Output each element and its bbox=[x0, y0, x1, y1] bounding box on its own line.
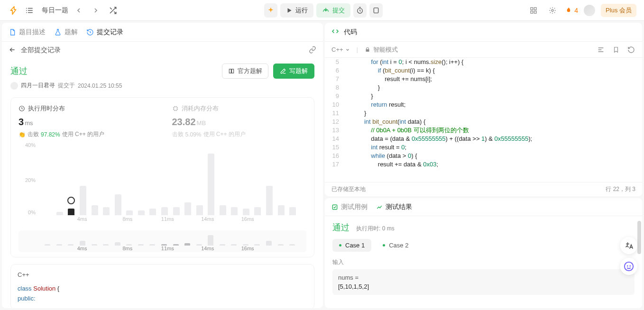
chart-bar[interactable] bbox=[173, 207, 180, 215]
code-panel: 代码 C++ | 智能模式 5 for (int i = 0; i < nums… bbox=[325, 23, 642, 196]
chart-bar[interactable] bbox=[208, 154, 214, 215]
history-icon bbox=[86, 28, 94, 36]
clap-icon: 👏 bbox=[18, 131, 26, 138]
run-button[interactable]: 运行 bbox=[280, 3, 313, 18]
topbar-center: 运行 提交 bbox=[264, 3, 383, 18]
overview-bar[interactable] bbox=[115, 242, 120, 246]
chart-bar[interactable] bbox=[92, 205, 98, 215]
avatar[interactable] bbox=[584, 5, 595, 16]
grid-icon[interactable] bbox=[527, 4, 540, 17]
overview-bar[interactable] bbox=[208, 235, 213, 246]
plus-badge[interactable]: Plus 会员 bbox=[601, 4, 636, 17]
chart-bar[interactable] bbox=[126, 210, 133, 215]
logo[interactable] bbox=[8, 5, 19, 16]
left-content: 通过 官方题解 写题解 四月一日君寻 提交于 2024.01.25 10:55 bbox=[2, 59, 323, 308]
code-editor[interactable]: 5 for (int i = 0; i < nums.size(); i++) … bbox=[325, 58, 642, 182]
case-2[interactable]: Case 2 bbox=[376, 239, 415, 252]
doc-icon bbox=[9, 28, 16, 36]
chart-bar[interactable] bbox=[243, 209, 249, 215]
runtime-stat[interactable]: 执行用时分布 3ms 👏击败 97.82% 使用 C++ 的用户 bbox=[18, 104, 153, 138]
chart-bar[interactable] bbox=[196, 205, 203, 215]
tab-solution[interactable]: 题解 bbox=[54, 28, 78, 36]
status-pass: 通过 bbox=[10, 65, 28, 77]
back-label[interactable]: 全部提交记录 bbox=[21, 46, 61, 55]
save-status: 已存储至本地 bbox=[331, 185, 366, 193]
gear-icon[interactable] bbox=[546, 4, 559, 17]
result-pass: 通过 bbox=[332, 222, 350, 233]
svg-rect-3 bbox=[534, 8, 537, 10]
chevron-left-icon[interactable] bbox=[72, 4, 85, 17]
input-box: nums = [5,10,1,5,2] bbox=[332, 269, 635, 295]
input-label: 输入 bbox=[332, 258, 635, 266]
svg-rect-1 bbox=[374, 8, 378, 13]
bookmark-icon[interactable] bbox=[612, 46, 620, 54]
svg-point-12 bbox=[629, 265, 631, 267]
note-icon[interactable] bbox=[369, 3, 383, 18]
tab-submissions[interactable]: 提交记录 bbox=[86, 28, 123, 36]
assistant-button[interactable] bbox=[620, 258, 637, 275]
chart-bar[interactable] bbox=[115, 194, 121, 215]
timer-icon[interactable] bbox=[353, 3, 367, 18]
cursor-pos: 行 22，列 3 bbox=[606, 185, 635, 193]
svg-point-6 bbox=[552, 9, 553, 11]
sparkle-icon[interactable] bbox=[264, 3, 277, 18]
svg-rect-2 bbox=[531, 8, 533, 10]
chart-bar[interactable] bbox=[278, 205, 285, 215]
svg-point-10 bbox=[625, 262, 633, 271]
chart-bar[interactable] bbox=[266, 186, 273, 215]
chart-bar[interactable] bbox=[184, 202, 191, 215]
topbar-right: 4 Plus 会员 bbox=[527, 4, 636, 17]
overview-bar[interactable] bbox=[266, 241, 272, 246]
list-icon[interactable] bbox=[23, 4, 36, 17]
chart-bar[interactable] bbox=[138, 210, 145, 215]
tab-testcases[interactable]: 测试用例 bbox=[331, 203, 368, 211]
left-panel: 题目描述 题解 提交记录 全部提交记录 通过 官方题解 bbox=[2, 23, 323, 308]
stats-box: 执行用时分布 3ms 👏击败 97.82% 使用 C++ 的用户 消耗内存分布 … bbox=[10, 97, 314, 257]
left-tabs: 题目描述 题解 提交记录 bbox=[2, 23, 323, 42]
submit-time: 2024.01.25 10:55 bbox=[78, 82, 122, 89]
reset-icon[interactable] bbox=[627, 46, 635, 54]
submitted-code: C++ class Solution { public: bbox=[10, 264, 314, 308]
chart-bar[interactable] bbox=[289, 207, 296, 215]
shuffle-icon[interactable] bbox=[106, 4, 120, 17]
chart-bar[interactable] bbox=[80, 186, 86, 215]
code-icon bbox=[331, 27, 339, 36]
svg-point-11 bbox=[627, 265, 628, 267]
back-arrow-icon[interactable] bbox=[9, 46, 16, 55]
flask-icon bbox=[54, 28, 62, 36]
chevron-right-icon[interactable] bbox=[89, 4, 102, 17]
user-avatar-small[interactable] bbox=[10, 82, 18, 90]
case-1[interactable]: Case 1 bbox=[332, 239, 371, 252]
chart-bar[interactable] bbox=[220, 205, 226, 215]
chart-bar[interactable] bbox=[68, 209, 74, 215]
tab-description[interactable]: 题目描述 bbox=[9, 28, 46, 36]
subbar: 全部提交记录 bbox=[2, 42, 323, 59]
runtime-chart-overview[interactable]: 4ms 8ms 11ms 14ms 16ms bbox=[18, 230, 306, 252]
streak-fire[interactable]: 4 bbox=[565, 7, 578, 14]
overview-bar[interactable] bbox=[80, 241, 85, 246]
result-scrollbar[interactable] bbox=[637, 221, 641, 303]
smart-mode[interactable]: 智能模式 bbox=[365, 46, 398, 54]
write-solution-button[interactable]: 写题解 bbox=[273, 64, 314, 79]
link-icon[interactable] bbox=[309, 46, 316, 55]
runtime-chart[interactable]: 40% 20% 0% 4ms 8ms 11ms 14ms 16ms bbox=[18, 142, 306, 228]
chart-bar[interactable] bbox=[254, 207, 261, 215]
lang-select[interactable]: C++ bbox=[331, 46, 350, 53]
tab-results[interactable]: 测试结果 bbox=[376, 203, 412, 211]
submit-button[interactable]: 提交 bbox=[316, 3, 350, 18]
svg-rect-5 bbox=[534, 11, 537, 13]
translate-button[interactable] bbox=[620, 237, 637, 254]
chart-bar[interactable] bbox=[149, 209, 156, 215]
format-icon[interactable] bbox=[597, 46, 605, 54]
chart-bar[interactable] bbox=[56, 212, 63, 215]
username[interactable]: 四月一日君寻 bbox=[21, 82, 55, 90]
official-solution-button[interactable]: 官方题解 bbox=[222, 64, 268, 79]
daily-label[interactable]: 每日一题 bbox=[42, 6, 68, 15]
chart-marker bbox=[67, 197, 75, 204]
chart-bar[interactable] bbox=[231, 207, 238, 215]
memory-stat[interactable]: 消耗内存分布 23.82MB 击败 5.09% 使用 C++ 的用户 bbox=[172, 104, 307, 138]
topbar: 每日一题 运行 提交 bbox=[0, 0, 644, 21]
chart-bar[interactable] bbox=[161, 207, 168, 215]
chart-bar[interactable] bbox=[103, 207, 110, 215]
result-time: 执行用时: 0 ms bbox=[356, 225, 395, 233]
